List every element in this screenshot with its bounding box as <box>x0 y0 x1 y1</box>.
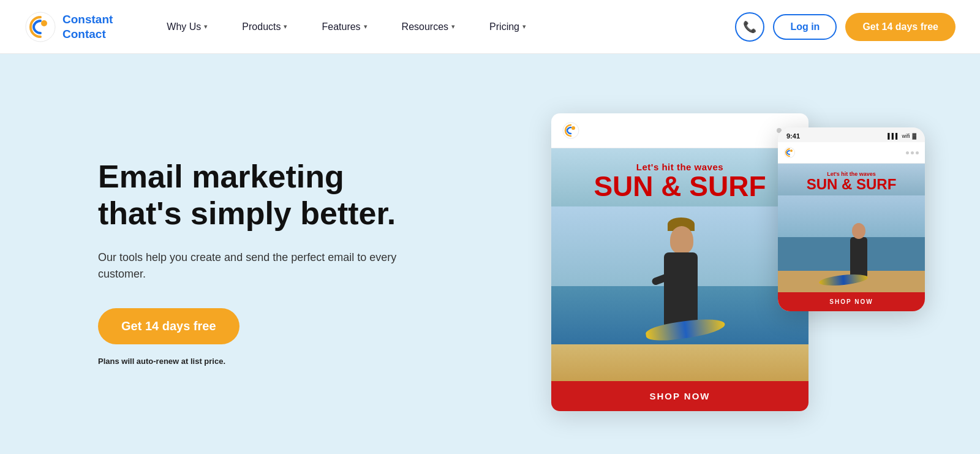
chevron-icon: ▾ <box>364 23 368 31</box>
mobile-email-text: Let's hit the waves SUN & SURF <box>802 164 902 195</box>
desktop-email-mockup: Let's hit the waves SUN & SURF <box>551 113 809 411</box>
mobile-status-bar: 9:41 ▌▌▌ wifi ▓ <box>778 127 925 142</box>
logo[interactable]: Constant Contact <box>24 11 113 43</box>
chevron-icon: ▾ <box>451 23 455 31</box>
wifi-icon: wifi <box>902 133 910 139</box>
nav-links: Why Us ▾ Products ▾ Features ▾ Resources… <box>149 0 735 54</box>
nav-item-features[interactable]: Features ▾ <box>304 0 384 54</box>
shop-now-button[interactable]: SHOP NOW <box>551 381 809 411</box>
signal-icon: ▌▌▌ <box>888 133 899 139</box>
nav-item-resources[interactable]: Resources ▾ <box>385 0 472 54</box>
logo-text: Constant Contact <box>62 12 113 42</box>
hero-subheadline: Our tools help you create and send the p… <box>98 249 417 282</box>
svg-point-5 <box>790 149 793 152</box>
mobile-surfer-area <box>778 195 925 292</box>
nav-item-pricing[interactable]: Pricing ▾ <box>472 0 543 54</box>
nav-item-products[interactable]: Products ▾ <box>225 0 304 54</box>
mobile-cc-logo-icon <box>784 147 795 158</box>
mobile-email-main: SUN & SURF <box>807 177 897 192</box>
cc-logo-small-icon <box>562 122 579 139</box>
hero-mockups: Let's hit the waves SUN & SURF <box>453 91 907 434</box>
hero-content: Email marketing that's simply better. Ou… <box>98 159 417 366</box>
phone-button[interactable]: 📞 <box>735 12 764 42</box>
chevron-icon: ▾ <box>522 23 526 31</box>
logo-icon <box>24 11 56 43</box>
nav-cta-button[interactable]: Get 14 days free <box>845 13 956 41</box>
chevron-icon: ▾ <box>204 23 208 31</box>
mobile-surfer-head <box>852 223 865 239</box>
mobile-surfer-body <box>850 237 867 277</box>
mobile-time: 9:41 <box>786 132 800 140</box>
email-headline-block: Let's hit the waves SUN & SURF <box>584 148 775 206</box>
surfer-figure <box>646 206 731 350</box>
mobile-dot-3 <box>916 151 919 154</box>
email-main-text: SUN & SURF <box>594 172 766 200</box>
nav-item-why-us[interactable]: Why Us ▾ <box>149 0 225 54</box>
battery-icon: ▓ <box>912 133 916 139</box>
mobile-dot-1 <box>906 151 909 154</box>
chevron-icon: ▾ <box>284 23 287 31</box>
phone-icon: 📞 <box>743 20 756 34</box>
mobile-email-header <box>778 142 925 164</box>
mobile-dots <box>906 151 919 154</box>
mobile-shop-button[interactable]: SHOP NOW <box>778 292 925 311</box>
email-header <box>551 113 809 148</box>
nav-right: 📞 Log in Get 14 days free <box>735 12 956 42</box>
navbar: Constant Contact Why Us ▾ Products ▾ Fea… <box>0 0 980 54</box>
hero-section: Email marketing that's simply better. Ou… <box>0 54 980 454</box>
surfer-head <box>670 226 693 254</box>
hero-headline: Email marketing that's simply better. <box>98 159 417 232</box>
email-image-area: Let's hit the waves SUN & SURF <box>551 148 809 381</box>
mobile-email-mockup: 9:41 ▌▌▌ wifi ▓ <box>778 127 925 311</box>
mobile-email-image: Let's hit the waves SUN & SURF <box>778 164 925 292</box>
svg-point-3 <box>571 126 575 130</box>
surfer-image-area <box>551 206 809 381</box>
auto-renew-text: Plans will auto-renew at list price. <box>98 357 417 366</box>
svg-point-1 <box>41 20 47 26</box>
mobile-dot-2 <box>911 151 914 154</box>
hero-cta-button[interactable]: Get 14 days free <box>98 308 239 344</box>
surfer-body <box>664 252 698 326</box>
login-button[interactable]: Log in <box>773 14 837 40</box>
mobile-status-icons: ▌▌▌ wifi ▓ <box>888 133 916 139</box>
